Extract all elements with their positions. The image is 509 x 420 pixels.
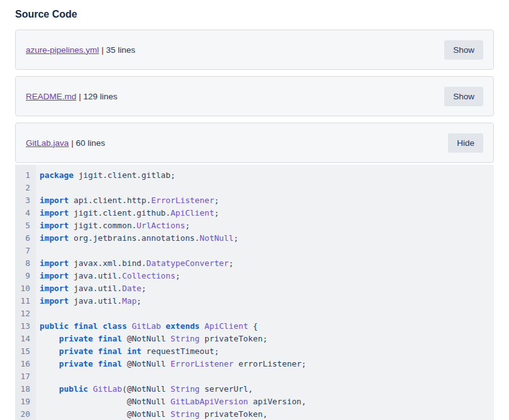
line-number: 20 — [15, 408, 36, 420]
code-line: 8import javax.xml.bind.DatatypeConverter… — [15, 257, 494, 270]
file-link[interactable]: azure-pipelines.yml — [26, 45, 99, 55]
code-text: import java.util.Collections; — [36, 270, 180, 282]
show-button[interactable]: Show — [444, 87, 483, 106]
file-label: README.md| 129 lines — [26, 92, 118, 101]
code-line: 1package jigit.client.gitlab; — [15, 169, 494, 182]
line-number: 16 — [15, 358, 36, 370]
line-number: 8 — [15, 257, 36, 270]
code-line: 20 @NotNull String privateToken, — [15, 408, 494, 420]
file-card-azure-pipelines: azure-pipelines.yml| 35 lines Show — [15, 30, 494, 70]
code-line: 6import org.jetbrains.annotations.NotNul… — [15, 232, 494, 245]
code-text: import javax.xml.bind.DatatypeConverter; — [36, 257, 233, 270]
code-text: public GitLab(@NotNull String serverUrl, — [36, 383, 253, 395]
code-block: 1package jigit.client.gitlab;23import ap… — [15, 165, 494, 420]
line-number: 11 — [15, 295, 36, 307]
file-line-count: | 60 lines — [71, 138, 105, 148]
line-number: 17 — [15, 370, 36, 383]
code-line: 13public final class GitLab extends ApiC… — [15, 320, 494, 333]
code-text: public final class GitLab extends ApiCli… — [36, 320, 258, 333]
page-container: Source Code azure-pipelines.yml| 35 line… — [15, 8, 494, 420]
line-number: 14 — [15, 333, 36, 345]
file-section-gitlab: GitLab.java| 60 lines Hide 1package jigi… — [15, 123, 494, 420]
line-number: 19 — [15, 395, 36, 408]
code-line: 9import java.util.Collections; — [15, 270, 494, 282]
hide-button[interactable]: Hide — [448, 133, 483, 153]
code-line: 15 private final int requestTimeout; — [15, 345, 494, 358]
code-text: private final @NotNull ErrorListener err… — [36, 358, 306, 370]
code-line: 4import jigit.client.github.ApiClient; — [15, 207, 494, 219]
code-line: 3import api.client.http.ErrorListener; — [15, 194, 494, 207]
code-text: import org.jetbrains.annotations.NotNull… — [36, 232, 238, 245]
code-text: import api.client.http.ErrorListener; — [36, 194, 219, 207]
line-number: 12 — [15, 307, 36, 320]
code-line: 2 — [15, 182, 494, 194]
code-text: import java.util.Date; — [36, 282, 147, 295]
code-line: 10import java.util.Date; — [15, 282, 494, 295]
file-line-count: | 35 lines — [101, 45, 135, 55]
page-title: Source Code — [15, 8, 494, 20]
code-line: 5import jigit.common.UrlActions; — [15, 219, 494, 232]
file-link[interactable]: README.md — [26, 92, 76, 101]
code-line: 14 private final @NotNull String private… — [15, 333, 494, 345]
code-text: @NotNull String privateToken, — [36, 408, 267, 420]
code-text: @NotNull GitLabApiVersion apiVersion, — [36, 395, 306, 408]
line-number: 1 — [15, 169, 36, 182]
code-line: 17 — [15, 370, 494, 383]
file-line-count: | 129 lines — [79, 92, 117, 101]
code-line: 16 private final @NotNull ErrorListener … — [15, 358, 494, 370]
line-number: 2 — [15, 182, 36, 194]
line-number: 5 — [15, 219, 36, 232]
file-link[interactable]: GitLab.java — [26, 138, 69, 148]
file-card-gitlab: GitLab.java| 60 lines Hide — [15, 123, 494, 163]
code-text — [36, 245, 40, 257]
line-number: 6 — [15, 232, 36, 245]
line-number: 9 — [15, 270, 36, 282]
line-number: 7 — [15, 245, 36, 257]
line-number: 15 — [15, 345, 36, 358]
code-line: 19 @NotNull GitLabApiVersion apiVersion, — [15, 395, 494, 408]
code-text: private final int requestTimeout; — [36, 345, 219, 358]
code-line: 11import java.util.Map; — [15, 295, 494, 307]
code-text — [36, 370, 40, 383]
line-number: 10 — [15, 282, 36, 295]
code-text: import jigit.client.github.ApiClient; — [36, 207, 219, 219]
code-text — [36, 307, 40, 320]
code-text: package jigit.client.gitlab; — [36, 169, 176, 182]
file-label: GitLab.java| 60 lines — [26, 138, 105, 148]
file-card-readme: README.md| 129 lines Show — [15, 76, 494, 116]
line-number: 3 — [15, 194, 36, 207]
code-text — [36, 182, 40, 194]
line-number: 13 — [15, 320, 36, 333]
code-text: import java.util.Map; — [36, 295, 142, 307]
line-number: 18 — [15, 383, 36, 395]
code-line: 7 — [15, 245, 494, 257]
show-button[interactable]: Show — [444, 40, 483, 60]
code-line: 18 public GitLab(@NotNull String serverU… — [15, 383, 494, 395]
code-text: private final @NotNull String privateTok… — [36, 333, 267, 345]
file-label: azure-pipelines.yml| 35 lines — [26, 45, 135, 55]
code-line: 12 — [15, 307, 494, 320]
code-text: import jigit.common.UrlActions; — [36, 219, 190, 232]
line-number: 4 — [15, 207, 36, 219]
